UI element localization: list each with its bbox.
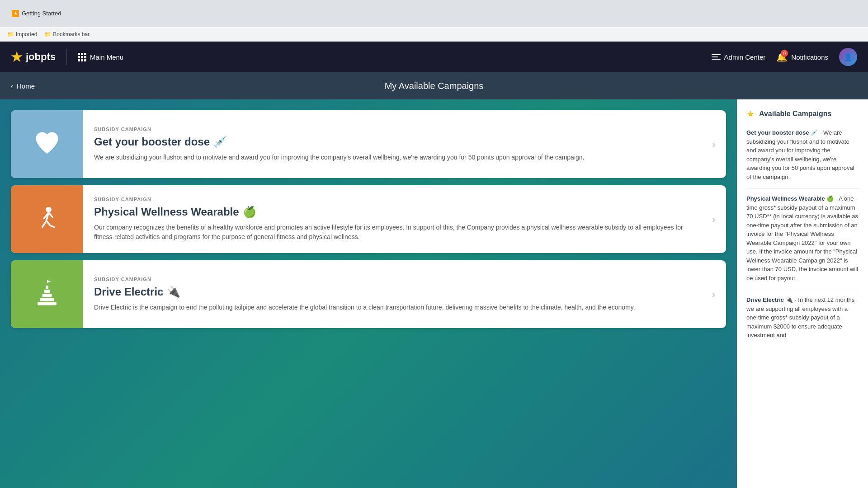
folder-icon: 📁 (7, 31, 14, 38)
campaign-arrow-booster: › (701, 110, 726, 178)
sidebar-item-wellness-title: Physical Wellness Wearable 🍏 (746, 195, 834, 202)
runner-svg (31, 203, 63, 235)
svg-rect-5 (46, 286, 48, 289)
tab-label: Getting Started (22, 10, 61, 17)
campaign-icon-electric (11, 260, 83, 328)
campaign-card-wellness[interactable]: SUBSIDY CAMPAIGN Physical Wellness Weara… (11, 185, 726, 253)
sidebar-item-electric: Drive Electric 🔌 - In the next 12 months… (746, 296, 859, 340)
sidebar-divider-2 (746, 290, 859, 290)
campaign-name-booster: Get your booster dose 💉 (94, 136, 690, 148)
header-divider (66, 49, 67, 65)
bookmarks-bar: 📁 Imported 📁 Bookmarks bar (0, 27, 868, 42)
sidebar-item-booster: Get your booster dose 💉 - We are subsidi… (746, 128, 859, 181)
svg-rect-1 (38, 302, 57, 305)
sidebar-divider-1 (746, 188, 859, 189)
bookmark-imported[interactable]: 📁 Imported (7, 31, 37, 38)
favicon-icon: ★ (12, 10, 19, 17)
sidebar-item-electric-title: Drive Electric 🔌 (746, 296, 793, 303)
campaign-icon-booster (11, 110, 83, 178)
sidebar-item-wellness: Physical Wellness Wearable 🍏 - A one-tim… (746, 194, 859, 282)
campaign-desc-wellness: Our company recognizes the benefits of a… (94, 223, 690, 242)
svg-rect-3 (42, 294, 52, 297)
campaign-arrow-electric: › (701, 260, 726, 328)
sidebar-item-booster-desc: - We are subsidizing your flushot and to… (746, 129, 854, 180)
sidebar-star-icon: ★ (746, 108, 755, 119)
page-title: My Available Campaigns (385, 81, 484, 91)
svg-point-0 (46, 207, 52, 213)
page-header: ‹ Home My Available Campaigns (0, 72, 868, 99)
sidebar-header: ★ Available Campaigns (746, 108, 859, 119)
campaign-body-electric: SUBSIDY CAMPAIGN Drive Electric 🔌 Drive … (83, 260, 701, 328)
campaign-emoji-wellness: 🍏 (243, 206, 256, 218)
header-left: ★ jobpts Main Menu (11, 49, 123, 65)
campaign-card-electric[interactable]: SUBSIDY CAMPAIGN Drive Electric 🔌 Drive … (11, 260, 726, 328)
campaign-type-booster: SUBSIDY CAMPAIGN (94, 127, 690, 132)
folder-icon-2: 📁 (44, 31, 51, 38)
avatar-icon: 👤 (844, 53, 853, 61)
bookmark-bar-label: Bookmarks bar (53, 31, 90, 38)
tower-svg (31, 278, 63, 310)
bookmark-bookmarks-bar[interactable]: 📁 Bookmarks bar (44, 31, 90, 38)
back-button[interactable]: ‹ Home (11, 82, 35, 90)
campaign-name-electric: Drive Electric 🔌 (94, 286, 690, 298)
svg-rect-2 (40, 298, 54, 301)
sidebar-item-wellness-desc: - A one-time gross* subsidy payout of a … (746, 195, 858, 282)
admin-center-button[interactable]: Admin Center (712, 53, 766, 61)
campaign-body-wellness: SUBSIDY CAMPAIGN Physical Wellness Weara… (83, 185, 701, 253)
browser-chrome: ★ Getting Started (0, 0, 868, 27)
campaign-arrow-wellness: › (701, 185, 726, 253)
campaign-emoji-electric: 🔌 (167, 286, 180, 298)
avatar[interactable]: 👤 (839, 48, 857, 66)
campaign-desc-electric: Drive Electric is the campaign to end th… (94, 303, 690, 312)
main-content: SUBSIDY CAMPAIGN Get your booster dose 💉… (0, 99, 868, 488)
campaign-name-booster-text: Get your booster dose (94, 136, 210, 148)
grid-icon (78, 53, 86, 61)
campaign-desc-booster: We are subsidizing your flushot and to m… (94, 153, 690, 162)
logo[interactable]: ★ jobpts (11, 50, 56, 65)
campaign-type-wellness: SUBSIDY CAMPAIGN (94, 197, 690, 202)
sliders-icon (712, 54, 721, 60)
back-label: Home (17, 82, 35, 90)
sidebar-item-booster-title: Get your booster dose 💉 (746, 129, 818, 136)
notifications-label: Notifications (791, 53, 828, 61)
browser-tab[interactable]: ★ Getting Started (7, 8, 66, 19)
campaign-name-electric-text: Drive Electric (94, 286, 163, 298)
bookmark-imported-label: Imported (16, 31, 37, 38)
campaign-emoji-booster: 💉 (213, 136, 227, 148)
campaign-list: SUBSIDY CAMPAIGN Get your booster dose 💉… (0, 99, 737, 488)
logo-star-icon: ★ (11, 50, 22, 65)
campaign-body-booster: SUBSIDY CAMPAIGN Get your booster dose 💉… (83, 110, 701, 178)
app-header: ★ jobpts Main Menu Admin Center 🔔 0 Noti… (0, 42, 868, 72)
sidebar: ★ Available Campaigns Get your booster d… (737, 99, 868, 488)
campaign-icon-wellness (11, 185, 83, 253)
campaign-card-booster[interactable]: SUBSIDY CAMPAIGN Get your booster dose 💉… (11, 110, 726, 178)
header-right: Admin Center 🔔 0 Notifications 👤 (712, 48, 857, 66)
campaign-name-wellness: Physical Wellness Wearable 🍏 (94, 206, 690, 218)
campaign-type-electric: SUBSIDY CAMPAIGN (94, 277, 690, 282)
sidebar-title: Available Campaigns (759, 110, 831, 118)
notifications-button[interactable]: 🔔 0 Notifications (776, 52, 828, 62)
admin-center-label: Admin Center (724, 53, 766, 61)
campaign-name-wellness-text: Physical Wellness Wearable (94, 206, 239, 218)
main-menu-button[interactable]: Main Menu (78, 53, 123, 61)
back-arrow-icon: ‹ (11, 82, 13, 90)
main-menu-label: Main Menu (90, 53, 123, 61)
svg-rect-4 (44, 290, 50, 293)
heart-svg (31, 128, 63, 160)
logo-text: jobpts (26, 51, 56, 63)
